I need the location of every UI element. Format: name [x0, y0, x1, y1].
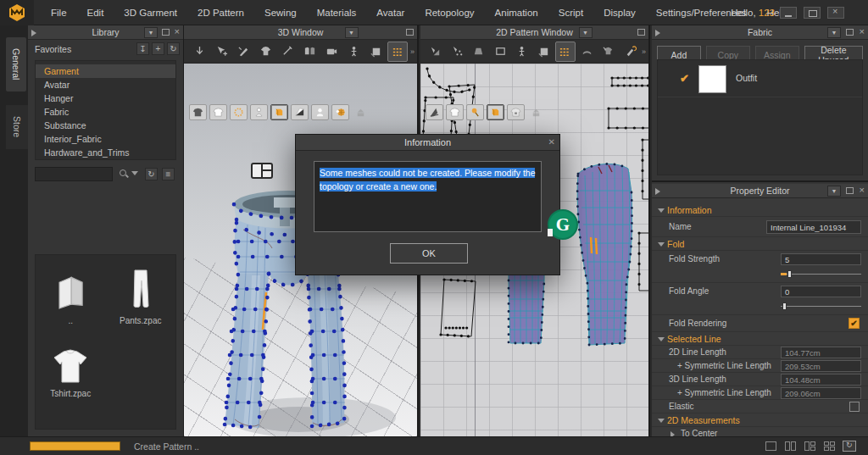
property-editor-float-icon[interactable] — [846, 187, 854, 194]
board-arrange-tool-icon[interactable] — [365, 42, 386, 62]
menu-edit[interactable]: Edit — [77, 0, 114, 25]
show-fold-2d-icon[interactable] — [487, 104, 504, 120]
show-garment-dark-icon[interactable] — [189, 104, 207, 120]
refresh-icon[interactable]: ↻ — [167, 42, 180, 55]
file-item-pants[interactable]: Pants.zpac — [106, 267, 176, 340]
fold-strength-input[interactable]: 5 — [781, 253, 861, 265]
tab-store[interactable]: Store — [6, 105, 28, 149]
select-move-tool-icon[interactable] — [211, 42, 231, 62]
library-item-fabric[interactable]: Fabric — [36, 105, 175, 119]
property-editor-dropdown-icon[interactable]: ▼ — [827, 186, 841, 197]
fabric-list-item-outfit[interactable]: ✔ Outfit — [658, 60, 862, 97]
transform-pattern-tool-icon[interactable] — [426, 42, 446, 62]
ok-button[interactable]: OK — [390, 243, 468, 264]
toolbar-overflow-icon[interactable]: » — [410, 47, 414, 56]
show-avatar-icon[interactable] — [250, 104, 268, 120]
layout-single-icon[interactable] — [765, 441, 778, 452]
username-link[interactable]: 123 — [759, 8, 775, 18]
menu-materials[interactable]: Materials — [307, 0, 367, 25]
menu-retopology[interactable]: Retopology — [415, 0, 484, 25]
show-globe-avatar-icon[interactable] — [331, 104, 349, 120]
section-selected-line[interactable]: Selected Line — [652, 332, 868, 346]
fold-angle-slider[interactable] — [781, 302, 861, 310]
elastic-checkbox[interactable] — [849, 402, 860, 412]
camera-tool-icon[interactable] — [321, 42, 342, 62]
3d-window-float-icon[interactable] — [406, 29, 414, 36]
fabric-swatch[interactable] — [698, 65, 726, 93]
grammarly-badge-icon[interactable]: G — [548, 209, 578, 240]
shirt-arrange-tool-icon[interactable] — [598, 42, 619, 62]
layout-mixed-pane-icon[interactable] — [804, 441, 817, 452]
pen-tool-icon[interactable] — [233, 42, 253, 62]
lock-pattern-icon[interactable] — [507, 104, 525, 120]
fabric-close-icon[interactable]: × — [860, 26, 865, 36]
fold-angle-input[interactable]: 0 — [781, 286, 861, 297]
library-item-hardware-and-trims[interactable]: Hardware_and_Trims — [36, 146, 175, 159]
close-button[interactable] — [827, 7, 844, 19]
show-mesh-points-icon[interactable] — [230, 104, 248, 120]
app-logo-icon[interactable] — [0, 0, 34, 25]
show-pattern-dark-icon[interactable] — [426, 104, 443, 120]
steam-tool-icon[interactable] — [577, 42, 598, 62]
pen-2d-tool-icon[interactable] — [620, 42, 641, 62]
minimize-button[interactable] — [780, 7, 797, 19]
menu-2d-pattern[interactable]: 2D Pattern — [187, 0, 254, 25]
tab-general[interactable]: General — [6, 37, 26, 92]
refresh-list-icon[interactable]: ↻ — [145, 168, 158, 180]
menu-file[interactable]: File — [41, 0, 77, 25]
library-float-icon[interactable] — [162, 29, 170, 36]
section-2d-measurements[interactable]: 2D Measurements — [652, 413, 868, 427]
2d-window-float-icon[interactable] — [637, 29, 645, 36]
show-garment-2d-icon[interactable] — [446, 104, 464, 120]
toolbar-overflow-2d-icon[interactable]: » — [642, 47, 645, 56]
maximize-button[interactable] — [804, 7, 821, 19]
menu-display[interactable]: Display — [593, 0, 646, 25]
segment-sew-tool-icon[interactable] — [277, 42, 298, 62]
search-icon[interactable] — [120, 169, 126, 176]
library-close-icon[interactable]: × — [175, 26, 180, 36]
2d-window-dropdown-icon[interactable]: ▼ — [579, 27, 593, 38]
menu-sewing[interactable]: Sewing — [254, 0, 307, 25]
rectangle-pattern-tool-icon[interactable] — [491, 42, 511, 62]
show-garment-white-icon[interactable] — [209, 104, 227, 120]
layout-quad-icon[interactable] — [823, 441, 837, 452]
name-input[interactable]: Internal Line_101934 — [766, 220, 861, 234]
3d-window-dropdown-icon[interactable]: ▼ — [345, 27, 359, 38]
library-item-hanger[interactable]: Hanger — [36, 92, 175, 105]
show-halftone-icon[interactable] — [291, 104, 309, 120]
section-information[interactable]: Information — [652, 203, 868, 217]
menu-avatar[interactable]: Avatar — [366, 0, 415, 25]
fabric-float-icon[interactable] — [846, 29, 854, 36]
show-pins-2d-icon[interactable] — [466, 104, 484, 120]
avatar-tool-icon[interactable] — [343, 42, 364, 62]
layout-reset-icon[interactable] — [843, 441, 856, 452]
library-dropdown-icon[interactable]: ▼ — [144, 27, 158, 38]
import-icon[interactable]: ↧ — [136, 42, 149, 55]
file-item-tshirt[interactable]: Tshirt.zpac — [36, 340, 106, 413]
menu-3d-garment[interactable]: 3D Garment — [114, 0, 187, 25]
library-item-substance[interactable]: Substance — [36, 119, 175, 132]
search-input[interactable] — [35, 167, 113, 181]
sew-garment-tool-icon[interactable] — [255, 42, 275, 62]
search-filter-icon[interactable] — [131, 171, 138, 175]
mesh-grid-2d-tool-icon[interactable] — [555, 42, 576, 62]
add-favorite-icon[interactable]: + — [152, 42, 164, 55]
fold-rendering-checkbox[interactable]: ✔ — [849, 318, 860, 329]
file-item-parent-folder[interactable]: .. — [36, 267, 106, 340]
show-fold-render-icon[interactable] — [270, 104, 288, 120]
polygon-pattern-tool-icon[interactable] — [469, 42, 489, 62]
library-item-garment[interactable]: Garment — [36, 64, 175, 78]
fabric-dropdown-icon[interactable]: ▼ — [827, 27, 841, 38]
fold-strength-slider[interactable] — [781, 269, 861, 278]
dialog-close-icon[interactable]: ✕ — [548, 135, 555, 150]
layout-two-pane-icon[interactable] — [784, 441, 798, 452]
pin-avatar-tool-icon[interactable] — [512, 42, 532, 62]
board-arrange-2d-tool-icon[interactable] — [534, 42, 554, 62]
layer-garments-tool-icon[interactable] — [299, 42, 320, 62]
mesh-grid-tool-icon[interactable] — [387, 42, 408, 62]
section-fold[interactable]: Fold — [652, 237, 868, 251]
property-editor-close-icon[interactable]: × — [860, 185, 865, 195]
download-arrow-tool-icon[interactable] — [189, 42, 209, 62]
menu-animation[interactable]: Animation — [485, 0, 548, 25]
list-view-icon[interactable]: ≡ — [162, 168, 175, 180]
